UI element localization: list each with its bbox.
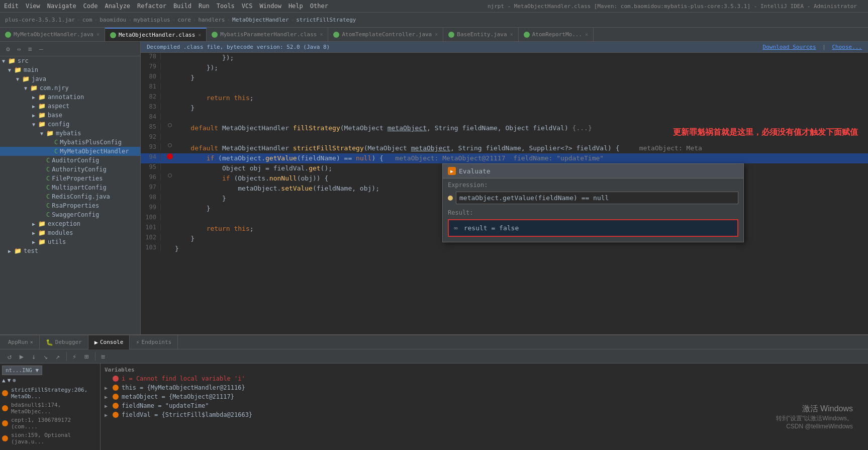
sidebar-gear-icon[interactable]: ⚙ xyxy=(3,44,13,54)
close-tab-2[interactable]: × xyxy=(198,32,201,38)
tree-config[interactable]: ▼ 📁 config xyxy=(0,120,140,129)
bc-mybatisplus[interactable]: mybatisplus xyxy=(134,17,170,23)
menu-run[interactable]: Run xyxy=(199,3,210,10)
tree-redisconfig[interactable]: C RedisConfig.java xyxy=(0,192,140,201)
apprun-label[interactable]: AppRun × xyxy=(2,335,40,349)
bc-com[interactable]: com xyxy=(82,17,92,23)
bottom-tab-endpoints[interactable]: ⚡ Endpoints xyxy=(130,335,178,349)
restart-btn[interactable]: ↺ xyxy=(4,351,15,362)
close-tab-6[interactable]: × xyxy=(585,32,588,37)
tree-base[interactable]: ▶ 📁 base xyxy=(0,111,140,120)
evaluate-header[interactable]: ▶ Evaluate xyxy=(443,164,743,178)
download-sources-link[interactable]: Download Sources xyxy=(763,44,816,50)
stack-item-2[interactable]: cept:1, 1306789172 (com.... xyxy=(2,416,98,431)
code-editor[interactable]: 更新罪魁祸首就是这里，必须没有值才触发下面赋值 78 }); 79 }); 80… xyxy=(141,53,868,334)
sidebar-expand-icon[interactable]: ⇔ xyxy=(14,44,24,54)
tree-src[interactable]: ▼ 📁 src xyxy=(0,56,140,65)
bottom-content: nt...ING ▼ ▲ ▼ ⊛ strictFillStrategy:206,… xyxy=(0,364,868,450)
evaluate-result-value: result = false xyxy=(464,224,519,232)
tab-mybatisparameterhandler[interactable]: MybatisParameterHandler.class × xyxy=(207,28,328,42)
menu-code[interactable]: Code xyxy=(83,3,98,10)
toolbar-separator-1 xyxy=(66,352,67,361)
evaluate-btn[interactable]: ⚡ xyxy=(69,351,80,362)
close-tab-3[interactable]: × xyxy=(320,32,323,37)
tree-label-exception: exception xyxy=(48,220,80,227)
tab-atomtemplatecontroller[interactable]: AtomTemplateController.java × xyxy=(328,28,443,42)
resume-btn[interactable]: ▶ xyxy=(16,351,27,362)
close-tab-1[interactable]: × xyxy=(97,32,100,37)
var-item-1[interactable]: ▶ this = {MyMetaObjectHandler@21116} xyxy=(105,383,864,392)
step-out-btn[interactable]: ↗ xyxy=(52,351,63,362)
bc-baomidou[interactable]: baomidou xyxy=(100,17,126,23)
bc-jar[interactable]: plus-core-3.5.3.1.jar xyxy=(5,17,75,23)
apprun-close[interactable]: × xyxy=(30,339,33,345)
var-item-4[interactable]: ▶ fieldVal = {StrictFill$lambda@21663} xyxy=(105,410,864,419)
var-item-2[interactable]: ▶ metaObject = {MetaObject@21117} xyxy=(105,392,864,401)
step-over-btn[interactable]: ↓ xyxy=(28,351,39,362)
tree-label-mymetahandler: MyMetaObjectHandler xyxy=(60,148,129,155)
choose-sources-link[interactable]: Choose... xyxy=(832,44,862,50)
sidebar-settings-icon[interactable]: ≡ xyxy=(25,44,35,54)
tab-metaobjecthandler[interactable]: MetaObjectHandler.class × xyxy=(105,28,207,42)
stack-item-3[interactable]: sion:159, Optional (java.u... xyxy=(2,431,98,446)
menu-window[interactable]: Window xyxy=(260,3,281,10)
tree-auditorconfig[interactable]: C AuditorConfig xyxy=(0,156,140,165)
bottom-tab-console[interactable]: ▶ Console xyxy=(88,335,130,349)
stack-item-1[interactable]: bda$null$1:174, MetaObjec... xyxy=(2,401,98,416)
frames-btn[interactable]: ⊞ xyxy=(81,351,92,362)
menu-view[interactable]: View xyxy=(26,3,40,10)
close-tab-5[interactable]: × xyxy=(510,32,513,37)
step-into-btn[interactable]: ↘ xyxy=(40,351,51,362)
tab-atomreportmo[interactable]: AtomReportMo... × xyxy=(519,28,594,42)
menu-analyze[interactable]: Analyze xyxy=(105,3,131,10)
tree-rsaproperties[interactable]: C RsaProperties xyxy=(0,201,140,210)
tree-utils[interactable]: ▶ 📁 utils xyxy=(0,237,140,246)
menu-refactor[interactable]: Refactor xyxy=(137,3,166,10)
bc-handlers[interactable]: handlers xyxy=(198,17,225,23)
evaluate-expression-input[interactable] xyxy=(456,192,738,204)
tree-modules[interactable]: ▶ 📁 modules xyxy=(0,228,140,237)
stack-down-btn[interactable]: ▼ xyxy=(8,377,11,384)
menu-tools[interactable]: Tools xyxy=(217,3,235,10)
var-item-3[interactable]: ▶ fieldName = "updateTime" xyxy=(105,401,864,410)
sidebar-toolbar: ⚙ ⇔ ≡ — xyxy=(0,42,140,56)
sidebar-close-icon[interactable]: — xyxy=(36,44,46,54)
menu-edit[interactable]: Edit xyxy=(4,3,19,10)
tree-java[interactable]: ▼ 📁 java xyxy=(0,74,140,83)
var-item-0[interactable]: i = Cannot find local variable 'i' xyxy=(105,374,864,383)
bc-handler[interactable]: MetaObjectHandler xyxy=(232,17,289,23)
code-line-83: 83 } xyxy=(141,103,868,113)
tree-fileproperties[interactable]: C FileProperties xyxy=(0,174,140,183)
tree-test[interactable]: ▶ 📁 test xyxy=(0,246,140,255)
tree-annotation[interactable]: ▶ 📁 annotation xyxy=(0,93,140,102)
tree-mymetaobjecthandler[interactable]: C MyMetaObjectHandler xyxy=(0,147,140,156)
bc-method[interactable]: strictFillStrategy xyxy=(296,17,356,23)
tab-mymetaobjecthandler[interactable]: MyMetaObjectHandler.java × xyxy=(0,28,105,42)
menu-other[interactable]: Other xyxy=(310,3,328,10)
bc-core[interactable]: core xyxy=(177,17,191,23)
stack-item-0[interactable]: strictFillStrategy:206, MetaOb... xyxy=(2,386,98,401)
tree-exception[interactable]: ▶ 📁 exception xyxy=(0,219,140,228)
tree-mybatis[interactable]: ▼ 📁 mybatis xyxy=(0,129,140,138)
tab-baseentity[interactable]: BaseEntity.java × xyxy=(443,28,518,42)
stack-up-btn[interactable]: ▲ xyxy=(2,377,6,384)
menu-navigate[interactable]: Navigate xyxy=(47,3,76,10)
tree-comnjry[interactable]: ▼ 📁 com.njry xyxy=(0,83,140,93)
more-btn[interactable]: ≡ xyxy=(98,351,109,362)
tree-aspect[interactable]: ▶ 📁 aspect xyxy=(0,102,140,111)
menu-vcs[interactable]: VCS xyxy=(242,3,253,10)
menu-help[interactable]: Help xyxy=(288,3,303,10)
stack-filter-btn[interactable]: ⊛ xyxy=(13,377,16,384)
tree-multipartconfig[interactable]: C MultipartConfig xyxy=(0,183,140,192)
bottom-tab-debugger[interactable]: 🐛 Debugger xyxy=(40,335,88,349)
close-tab-4[interactable]: × xyxy=(435,32,438,37)
java-icon-swagger: C xyxy=(46,211,50,218)
arrow-base: ▶ xyxy=(32,113,37,118)
tree-label-swagger: SwaggerConfig xyxy=(52,211,99,218)
filter-dropdown[interactable]: nt...ING ▼ xyxy=(2,366,42,375)
tree-authorityconfig[interactable]: C AuthorityConfig xyxy=(0,165,140,174)
tree-main[interactable]: ▼ 📁 main xyxy=(0,65,140,74)
tree-swaggerconfig[interactable]: C SwaggerConfig xyxy=(0,210,140,219)
menu-build[interactable]: Build xyxy=(173,3,191,10)
tree-mybatisplusconfig[interactable]: C MybatisPlusConfig xyxy=(0,138,140,147)
